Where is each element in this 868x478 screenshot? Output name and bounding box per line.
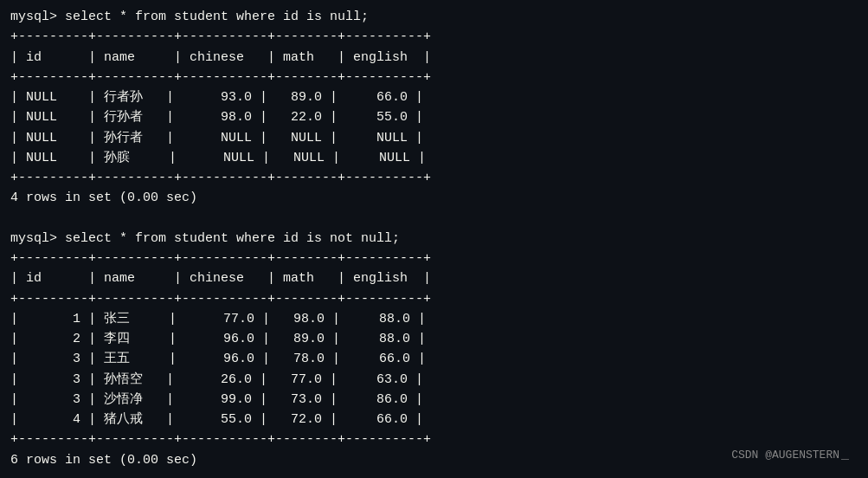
query2-row-3: | 3 | 王五 | 96.0 | 78.0 | 66.0 | <box>10 349 858 369</box>
query2-row-5: | 3 | 沙悟净 | 99.0 | 73.0 | 86.0 | <box>10 390 858 410</box>
query2-top-separator: +---------+----------+-----------+------… <box>10 249 858 268</box>
query1-result: 4 rows in set (0.00 sec) <box>10 188 858 208</box>
watermark: CSDN @AUGENSTERN＿ <box>731 447 851 462</box>
query2-row-2: | 2 | 李四 | 96.0 | 89.0 | 88.0 | <box>10 329 858 349</box>
blank-line <box>10 209 858 229</box>
query1-top-separator: +---------+----------+-----------+------… <box>10 27 858 47</box>
query1-bot-separator: +---------+----------+-----------+------… <box>10 168 858 188</box>
query2-header: | id | name | chinese | math | english | <box>10 268 858 288</box>
query1-row-2: | NULL | 行孙者 | 98.0 | 22.0 | 55.0 | <box>10 107 858 127</box>
query2-mid-separator: +---------+----------+-----------+------… <box>10 289 858 309</box>
query1-mid-separator: +---------+----------+-----------+------… <box>10 68 858 87</box>
query2-row-6: | 4 | 猪八戒 | 55.0 | 72.0 | 66.0 | <box>10 410 858 430</box>
query2-row-4: | 3 | 孙悟空 | 26.0 | 77.0 | 63.0 | <box>10 370 858 390</box>
query1-header: | id | name | chinese | math | english | <box>10 48 858 68</box>
query1-row-4: | NULL | 孙膑 | NULL | NULL | NULL | <box>10 148 858 168</box>
query2-result: 6 rows in set (0.00 sec) <box>10 450 858 470</box>
query2-row-1: | 1 | 张三 | 77.0 | 98.0 | 88.0 | <box>10 309 858 329</box>
query1-row-3: | NULL | 孙行者 | NULL | NULL | NULL | <box>10 128 858 148</box>
query1-row-1: | NULL | 行者孙 | 93.0 | 89.0 | 66.0 | <box>10 87 858 107</box>
query1-prompt: mysql> select * from student where id is… <box>10 7 858 27</box>
query2-bot-separator: +---------+----------+-----------+------… <box>10 430 858 449</box>
terminal: mysql> select * from student where id is… <box>10 7 858 471</box>
query2-prompt: mysql> select * from student where id is… <box>10 229 858 249</box>
